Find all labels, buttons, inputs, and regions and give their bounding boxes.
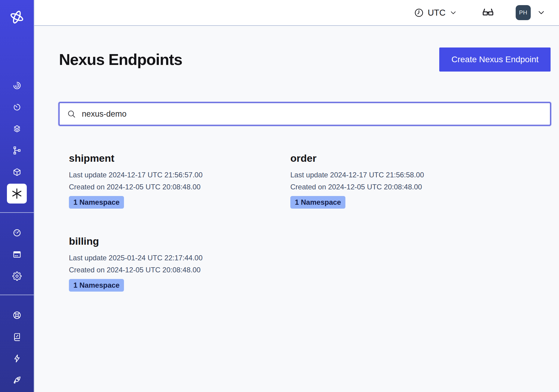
sidebar — [0, 0, 34, 392]
create-nexus-endpoint-button[interactable]: Create Nexus Endpoint — [439, 47, 551, 72]
eyeglasses-icon — [481, 6, 495, 19]
endpoint-last-update: Last update 2024-12-17 UTC 21:56:58.00 — [290, 169, 512, 181]
lifebuoy-icon — [12, 311, 22, 320]
sidebar-divider — [0, 212, 34, 213]
endpoint-created: Created on 2024-12-05 UTC 20:08:48.00 — [69, 264, 290, 276]
search-container — [59, 103, 551, 125]
content: Nexus Endpoints Create Nexus Endpoint sh… — [34, 26, 559, 292]
sidebar-group — [0, 304, 34, 391]
endpoint-card[interactable]: orderLast update 2024-12-17 UTC 21:56:58… — [290, 152, 512, 209]
temporal-logo-icon — [8, 8, 26, 26]
sidebar-item-settings[interactable] — [7, 265, 27, 287]
endpoint-card[interactable]: billingLast update 2025-01-24 UTC 22:17:… — [69, 235, 290, 292]
workflow-tree-icon — [12, 146, 22, 155]
sidebar-item-schedules[interactable] — [7, 96, 27, 118]
sidebar-group — [0, 75, 34, 204]
endpoints-grid: shipmentLast update 2024-12-17 UTC 21:56… — [59, 152, 551, 292]
reader-mode-button[interactable] — [481, 6, 495, 19]
gear-icon — [12, 271, 22, 281]
account-menu[interactable]: PH — [516, 5, 546, 20]
sidebar-item-workflows[interactable] — [7, 75, 27, 96]
sidebar-item-nexus[interactable] — [7, 184, 27, 204]
sidebar-item-feedback[interactable] — [7, 348, 27, 369]
book-sparkles-icon — [12, 332, 22, 341]
endpoint-name[interactable]: shipment — [69, 152, 290, 164]
search-input[interactable] — [59, 103, 551, 125]
gauge-icon — [12, 228, 22, 237]
endpoint-card[interactable]: shipmentLast update 2024-12-17 UTC 21:56… — [69, 152, 290, 209]
namespace-count-badge: 1 Namespace — [69, 196, 124, 209]
sidebar-item-billing[interactable] — [7, 243, 27, 265]
search-icon — [67, 109, 76, 119]
sidebar-item-getting-started[interactable] — [7, 369, 27, 391]
namespace-count-badge: 1 Namespace — [69, 279, 124, 292]
timer-icon — [12, 103, 22, 112]
endpoint-last-update: Last update 2025-01-24 UTC 22:17:44.00 — [69, 252, 290, 264]
sidebar-item-docs[interactable] — [7, 326, 27, 348]
cube-icon — [12, 167, 22, 177]
invoice-icon — [12, 250, 22, 259]
clock-icon — [414, 8, 424, 18]
app-root: UTC PH Nexus Endpoints Create Nexus Endp… — [0, 0, 559, 392]
sidebar-nav — [0, 75, 34, 391]
lightning-icon — [12, 354, 22, 363]
spiral-icon — [12, 81, 22, 90]
page-header: Nexus Endpoints Create Nexus Endpoint — [59, 47, 551, 72]
timezone-selector[interactable]: UTC — [414, 8, 457, 18]
avatar: PH — [516, 5, 531, 20]
topbar: UTC PH — [34, 0, 559, 26]
rocket-icon — [12, 375, 22, 385]
main-area: UTC PH Nexus Endpoints Create Nexus Endp… — [34, 0, 559, 392]
endpoint-created: Created on 2024-12-05 UTC 20:08:48.00 — [69, 181, 290, 193]
sidebar-item-deployments[interactable] — [7, 139, 27, 161]
sidebar-divider — [0, 295, 34, 295]
endpoint-created: Created on 2024-12-05 UTC 20:08:48.00 — [290, 181, 512, 193]
namespace-count-badge: 1 Namespace — [290, 196, 345, 209]
chevron-down-icon — [449, 9, 457, 17]
sidebar-item-usage[interactable] — [7, 222, 27, 243]
endpoint-last-update: Last update 2024-12-17 UTC 21:56:57.00 — [69, 169, 290, 181]
chevron-down-icon — [537, 8, 546, 17]
sidebar-group — [0, 222, 34, 287]
asterisk-icon — [10, 187, 23, 200]
layers-icon — [12, 124, 22, 133]
endpoint-name[interactable]: order — [290, 152, 512, 164]
page-title: Nexus Endpoints — [59, 51, 182, 69]
endpoint-name[interactable]: billing — [69, 235, 290, 247]
timezone-label: UTC — [428, 8, 446, 18]
sidebar-item-support[interactable] — [7, 304, 27, 326]
sidebar-item-namespaces[interactable] — [7, 118, 27, 139]
sidebar-item-workers[interactable] — [7, 161, 27, 183]
